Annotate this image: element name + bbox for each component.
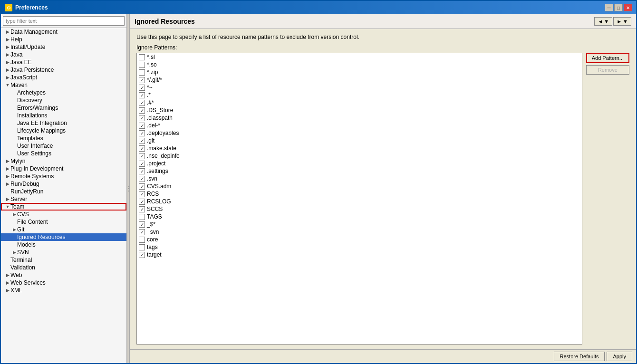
pattern-checkbox[interactable] <box>139 206 145 212</box>
remove-button[interactable]: Remove <box>586 65 629 75</box>
pattern-checkbox[interactable] <box>139 130 145 136</box>
pattern-item[interactable]: TAGS <box>137 213 582 220</box>
tree-item-remote-systems[interactable]: Remote Systems <box>1 172 126 180</box>
pattern-checkbox[interactable] <box>139 85 145 91</box>
tree-item-templates[interactable]: Templates <box>1 134 126 142</box>
pattern-checkbox[interactable] <box>139 123 145 129</box>
maximize-button[interactable]: □ <box>614 4 623 11</box>
pattern-checkbox[interactable] <box>139 214 145 220</box>
tree-item-web-services[interactable]: Web Services <box>1 279 126 287</box>
pattern-checkbox[interactable] <box>139 115 145 121</box>
tree-item-terminal[interactable]: Terminal <box>1 256 126 264</box>
add-pattern-button[interactable]: Add Pattern... <box>586 53 629 63</box>
tree-item-git[interactable]: Git <box>1 226 126 233</box>
pattern-item[interactable]: .svn <box>137 175 582 182</box>
pattern-checkbox[interactable] <box>139 153 145 159</box>
tree-item-server[interactable]: Server <box>1 195 126 203</box>
pattern-checkbox[interactable] <box>139 168 145 174</box>
tree-item-java-ee[interactable]: Java EE <box>1 58 126 66</box>
pattern-checkbox[interactable] <box>139 191 145 197</box>
tree-item-models[interactable]: Models <box>1 241 126 249</box>
pattern-checkbox[interactable] <box>139 252 145 258</box>
tree-item-javascript[interactable]: JavaScript <box>1 74 126 81</box>
tree-item-installations[interactable]: Installations <box>1 112 126 119</box>
forward-button[interactable]: ► ▼ <box>613 17 631 26</box>
tree-item-file-content[interactable]: File Content <box>1 218 126 226</box>
pattern-checkbox[interactable] <box>139 145 145 152</box>
tree-item-team[interactable]: Team <box>1 203 126 211</box>
pattern-checkbox[interactable] <box>139 92 145 98</box>
pattern-item[interactable]: RCSLOG <box>137 198 582 205</box>
pattern-checkbox[interactable] <box>139 62 145 68</box>
pattern-item[interactable]: _svn <box>137 228 582 236</box>
tree-item-cvs[interactable]: CVS <box>1 211 126 218</box>
pattern-item[interactable]: RCS <box>137 190 582 198</box>
pattern-checkbox[interactable] <box>139 221 145 228</box>
pattern-item[interactable]: .nse_depinfo <box>137 152 582 160</box>
tree-item-maven[interactable]: Maven <box>1 81 126 89</box>
pattern-item[interactable]: .classpath <box>137 114 582 122</box>
tree-item-help[interactable]: Help <box>1 36 126 43</box>
tree-item-java[interactable]: Java <box>1 51 126 58</box>
pattern-item[interactable]: .* <box>137 91 582 99</box>
filter-input[interactable] <box>3 16 125 26</box>
pattern-item[interactable]: .project <box>137 160 582 167</box>
tree-item-user-interface[interactable]: User Interface <box>1 142 126 150</box>
restore-defaults-button[interactable]: Restore Defaults <box>554 352 605 361</box>
pattern-checkbox[interactable] <box>139 244 145 250</box>
pattern-item[interactable]: .DS_Store <box>137 106 582 114</box>
pattern-item[interactable]: .make.state <box>137 144 582 152</box>
pattern-item[interactable]: .settings <box>137 167 582 175</box>
pattern-checkbox[interactable] <box>139 229 145 235</box>
pattern-checkbox[interactable] <box>139 54 145 60</box>
tree-item-java-ee-integration[interactable]: Java EE Integration <box>1 119 126 127</box>
tree-item-plugin-development[interactable]: Plug-in Development <box>1 165 126 172</box>
pattern-item[interactable]: *~ <box>137 84 582 91</box>
tree-item-mylyn[interactable]: Mylyn <box>1 157 126 165</box>
tree-item-svn[interactable]: SVN <box>1 249 126 256</box>
minimize-button[interactable]: ─ <box>605 4 613 11</box>
pattern-item[interactable]: core <box>137 236 582 243</box>
tree-item-install-update[interactable]: Install/Update <box>1 43 126 51</box>
pattern-checkbox[interactable] <box>139 176 145 182</box>
pattern-checkbox[interactable] <box>139 69 145 76</box>
close-button[interactable]: ✕ <box>624 4 632 11</box>
tree-item-java-persistence[interactable]: Java Persistence <box>1 66 126 74</box>
pattern-checkbox[interactable] <box>139 100 145 106</box>
pattern-checkbox[interactable] <box>139 161 145 167</box>
patterns-list[interactable]: *.sl*.so*.zip*/.git/**~.*.#*.DS_Store.cl… <box>136 53 582 345</box>
pattern-checkbox[interactable] <box>139 107 145 114</box>
tree-item-archetypes[interactable]: Archetypes <box>1 89 126 96</box>
apply-button[interactable]: Apply <box>607 352 632 361</box>
back-dropdown[interactable]: ▼ <box>604 19 609 24</box>
pattern-checkbox[interactable] <box>139 77 145 83</box>
pattern-item[interactable]: target <box>137 251 582 259</box>
tree-item-user-settings[interactable]: User Settings <box>1 150 126 157</box>
tree-item-lifecycle-mappings[interactable]: Lifecycle Mappings <box>1 127 126 134</box>
tree-item-errors-warnings[interactable]: Errors/Warnings <box>1 104 126 112</box>
pattern-item[interactable]: SCCS <box>137 205 582 213</box>
pattern-item[interactable]: *.zip <box>137 68 582 76</box>
pattern-item[interactable]: .del-* <box>137 122 582 129</box>
tree-item-discovery[interactable]: Discovery <box>1 96 126 104</box>
pattern-item[interactable]: *.so <box>137 61 582 68</box>
pattern-item[interactable]: _$* <box>137 220 582 228</box>
back-button[interactable]: ◄ ▼ <box>594 17 612 26</box>
pattern-checkbox[interactable] <box>139 183 145 190</box>
pattern-item[interactable]: tags <box>137 243 582 251</box>
pattern-checkbox[interactable] <box>139 237 145 243</box>
pattern-item[interactable]: .deployables <box>137 129 582 137</box>
tree-item-validation[interactable]: Validation <box>1 264 126 271</box>
pattern-item[interactable]: .#* <box>137 99 582 106</box>
tree-item-web[interactable]: Web <box>1 271 126 279</box>
tree-item-run-debug[interactable]: Run/Debug <box>1 180 126 188</box>
tree-container[interactable]: Data ManagementHelpInstall/UpdateJavaJav… <box>1 28 126 363</box>
pattern-checkbox[interactable] <box>139 138 145 144</box>
forward-dropdown[interactable]: ▼ <box>623 19 628 24</box>
pattern-checkbox[interactable] <box>139 199 145 205</box>
pattern-item[interactable]: */.git/* <box>137 76 582 84</box>
tree-item-xml[interactable]: XML <box>1 287 126 294</box>
pattern-item[interactable]: *.sl <box>137 53 582 61</box>
pattern-item[interactable]: .git <box>137 137 582 144</box>
tree-item-runjettyrun[interactable]: RunJettyRun <box>1 188 126 195</box>
